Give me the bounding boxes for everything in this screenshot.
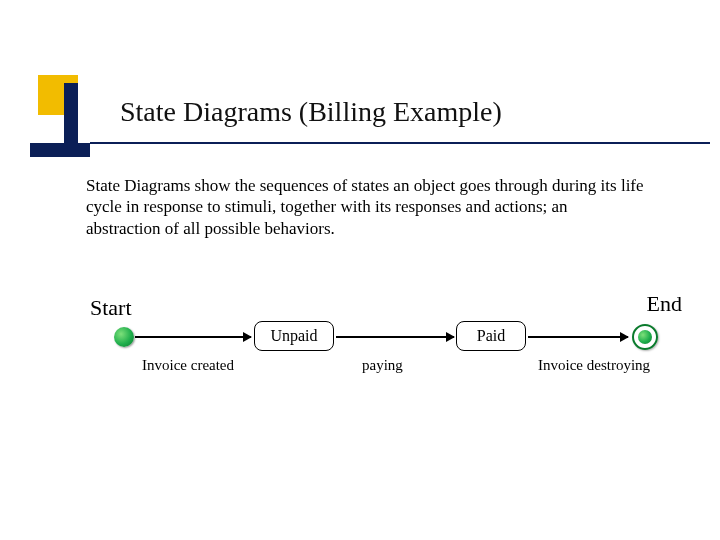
transition-label-1: Invoice created bbox=[142, 357, 234, 374]
end-label: End bbox=[647, 291, 682, 317]
start-node-icon bbox=[114, 327, 134, 347]
transition-arrow-2 bbox=[336, 336, 454, 338]
start-label: Start bbox=[90, 295, 132, 321]
state-paid: Paid bbox=[456, 321, 526, 351]
transition-arrow-1 bbox=[135, 336, 251, 338]
transition-arrow-3 bbox=[528, 336, 628, 338]
state-diagram: Start End Unpaid Paid Invoice created pa… bbox=[68, 295, 688, 415]
title-underline bbox=[90, 142, 710, 144]
slide-title: State Diagrams (Billing Example) bbox=[120, 96, 502, 128]
transition-label-3: Invoice destroying bbox=[538, 357, 650, 374]
corner-navy-horizontal bbox=[30, 143, 90, 157]
end-node-inner bbox=[638, 330, 652, 344]
end-node-icon bbox=[632, 324, 658, 350]
slide-description: State Diagrams show the sequences of sta… bbox=[86, 175, 646, 239]
slide-corner-decoration bbox=[30, 75, 90, 157]
state-unpaid: Unpaid bbox=[254, 321, 334, 351]
transition-label-2: paying bbox=[362, 357, 403, 374]
